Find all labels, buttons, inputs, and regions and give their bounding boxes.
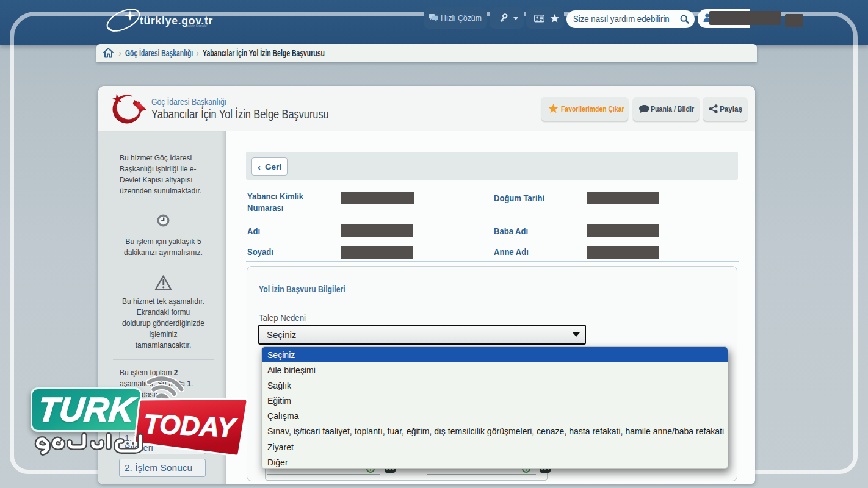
svg-text:TODAY: TODAY	[143, 409, 238, 443]
